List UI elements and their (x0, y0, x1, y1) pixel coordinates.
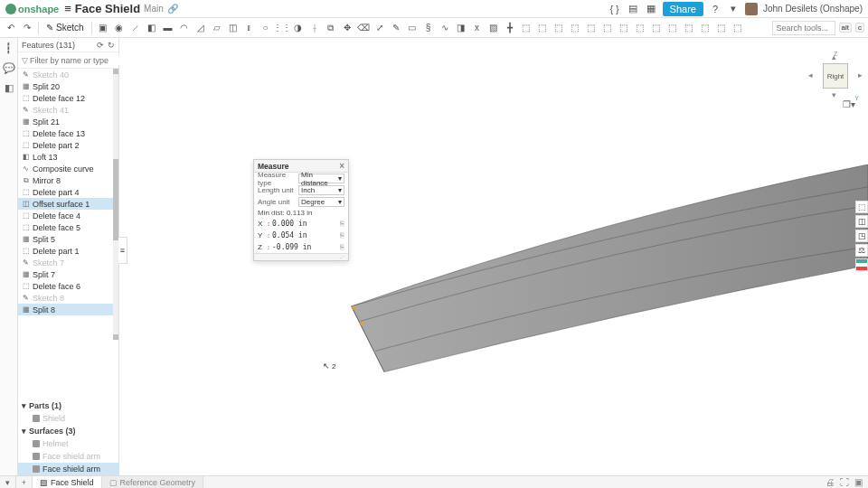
draft-button[interactable]: ▱ (210, 21, 224, 35)
loft-button[interactable]: ◧ (145, 21, 159, 35)
filter-icon[interactable]: ▽ (22, 56, 28, 65)
feature-item[interactable]: ⬚Delete part 2 (18, 139, 118, 151)
tool-button-10[interactable]: ⬚ (665, 21, 680, 35)
orient-right-arrow[interactable]: ▸ (858, 70, 863, 80)
rollback-icon[interactable]: ⟳ (97, 41, 104, 50)
rail-chat-icon[interactable]: 💬 (3, 61, 15, 74)
extrude-button[interactable]: ▣ (96, 21, 110, 35)
tab-reference-geometry[interactable]: ▢Reference Geometry (102, 476, 204, 489)
orient-left-arrow[interactable]: ◂ (808, 70, 813, 80)
measure-type-select[interactable]: Min distance▾ (298, 174, 344, 183)
viewport[interactable]: ≡ Measure× Measure typeMin distance▾ Len… (119, 38, 868, 475)
scroll-up-arrow[interactable] (113, 69, 118, 74)
surfaces-header[interactable]: ▾Surfaces (3) (18, 425, 118, 437)
live-icon[interactable] (855, 258, 868, 271)
tool-button-6[interactable]: ⬚ (600, 21, 615, 35)
sketch-button[interactable]: ✎Sketch (42, 23, 88, 33)
help-icon[interactable]: ? (709, 3, 722, 15)
rib-button[interactable]: ⫾ (242, 21, 257, 35)
section-icon[interactable]: ◫ (855, 215, 868, 228)
model-surface[interactable] (345, 164, 868, 410)
filter-input[interactable] (30, 56, 131, 65)
search-tools-input[interactable] (772, 21, 835, 35)
hole-button[interactable]: ○ (259, 21, 273, 35)
feature-item[interactable]: ⬚Delete face 6 (18, 280, 118, 292)
parts-header[interactable]: ▾Parts (1) (18, 399, 118, 412)
version-icon[interactable]: ▤ (627, 3, 639, 15)
feature-item[interactable]: ◫Offset surface 1 (18, 198, 118, 210)
tool-button-5[interactable]: ⬚ (584, 21, 599, 35)
surface-item[interactable]: Face shield arm (18, 463, 118, 475)
units-icon[interactable]: ⬚ (855, 201, 868, 213)
feature-item[interactable]: ▦Split 7 (18, 268, 118, 280)
boolean-button[interactable]: ◑ (291, 21, 306, 35)
delete-button[interactable]: ⌫ (356, 21, 371, 35)
share-button[interactable]: Share (663, 2, 703, 16)
braces-icon[interactable]: { } (609, 3, 621, 15)
feature-item[interactable]: ▦Split 21 (18, 116, 118, 127)
menu-icon[interactable]: ≡ (64, 2, 71, 15)
surface-item[interactable]: Helmet (18, 437, 118, 450)
part-item[interactable]: Shield (18, 412, 118, 425)
orient-up-arrow[interactable]: ▴ (832, 52, 836, 61)
bom-icon[interactable]: ▦ (645, 3, 657, 15)
tab-face-shield[interactable]: ▧Face Shield (33, 476, 102, 489)
helix-button[interactable]: § (421, 21, 436, 35)
link-icon[interactable]: 🔗 (167, 4, 178, 14)
tool-button-9[interactable]: ⬚ (649, 21, 664, 35)
shell-button[interactable]: ◫ (226, 21, 241, 35)
refresh-icon[interactable]: ↻ (108, 41, 115, 50)
feature-item[interactable]: ▦Split 8 (18, 304, 118, 315)
feature-item[interactable]: ⬚Delete part 4 (18, 186, 118, 198)
surface-item[interactable]: Face shield arm (18, 450, 118, 463)
pattern-button[interactable]: ⋮⋮ (275, 21, 289, 35)
info-icon[interactable]: ▣ (854, 477, 863, 487)
feature-item[interactable]: ✎Sketch 7 (18, 257, 118, 268)
feature-item[interactable]: ⧉Mirror 8 (18, 174, 118, 186)
curve-button[interactable]: ∿ (438, 21, 452, 35)
length-unit-select[interactable]: Inch▾ (298, 185, 344, 195)
feature-item[interactable]: ⬚Delete face 5 (18, 221, 118, 233)
feature-item[interactable]: ◧Loft 13 (18, 151, 118, 163)
scroll-down-arrow[interactable] (113, 334, 118, 340)
add-tab-button[interactable]: + (16, 476, 33, 489)
isometric-icon[interactable]: ◳ (855, 230, 868, 242)
feature-item[interactable]: ⬚Delete face 4 (18, 210, 118, 221)
modify-button[interactable]: ✎ (389, 21, 403, 35)
variable-button[interactable]: x (470, 21, 485, 35)
surface-button[interactable]: ◨ (454, 21, 468, 35)
fillet-button[interactable]: ◠ (177, 21, 192, 35)
feature-item[interactable]: ▦Split 20 (18, 80, 118, 92)
tool-button-13[interactable]: ⬚ (714, 21, 729, 35)
sweep-button[interactable]: ⟋ (128, 21, 143, 35)
orient-face-right[interactable]: Right (823, 63, 848, 89)
display-options-button[interactable]: ❐▾ (843, 99, 855, 109)
rail-cube-icon[interactable]: ◧ (3, 81, 15, 94)
print-icon[interactable]: 🖨 (826, 477, 835, 487)
tool-button-8[interactable]: ⬚ (633, 21, 647, 35)
copy-icon[interactable]: ⎘ (340, 231, 344, 239)
dialog-resize[interactable]: ⋰ (254, 253, 348, 260)
undo-button[interactable]: ↶ (4, 21, 18, 35)
move-button[interactable]: ✥ (340, 21, 354, 35)
feature-item[interactable]: ⬚Delete face 12 (18, 92, 118, 104)
mirror-button[interactable]: ⧉ (324, 21, 338, 35)
tool-button-11[interactable]: ⬚ (682, 21, 696, 35)
tool-button-7[interactable]: ⬚ (617, 21, 631, 35)
redo-button[interactable]: ↷ (20, 21, 34, 35)
tool-button-4[interactable]: ⬚ (568, 21, 582, 35)
revolve-button[interactable]: ◉ (112, 21, 127, 35)
feature-item[interactable]: ⬚Delete part 1 (18, 245, 118, 257)
feature-item[interactable]: ∿Composite curve (18, 163, 118, 174)
tool-button-3[interactable]: ⬚ (552, 21, 566, 35)
tool-button-2[interactable]: ⬚ (535, 21, 550, 35)
feature-item[interactable]: ⬚Delete face 13 (18, 127, 118, 139)
rail-tree-icon[interactable]: ┇ (3, 42, 15, 54)
transform-button[interactable]: ⤢ (373, 21, 387, 35)
orientation-cube[interactable]: Z ▴ ◂ Right ▸ ▾ Y (814, 54, 857, 98)
copy-icon[interactable]: ⎘ (340, 220, 344, 228)
sheet-metal-button[interactable]: ▧ (486, 21, 501, 35)
close-icon[interactable]: × (339, 161, 344, 171)
thicken-button[interactable]: ▬ (161, 21, 175, 35)
brand-logo[interactable]: onshape (5, 4, 59, 14)
